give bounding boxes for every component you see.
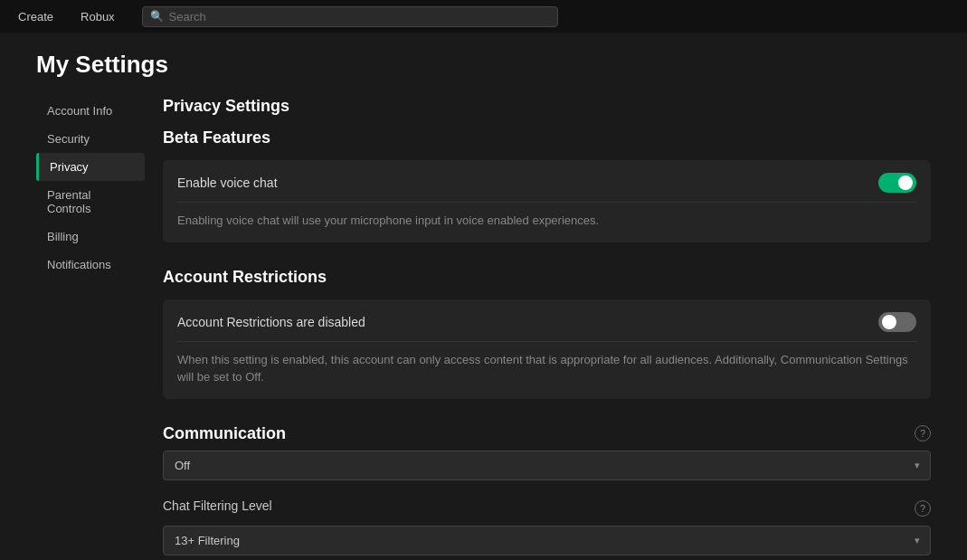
- beta-features-section: Beta Features Enable voice chat Enabling…: [163, 128, 931, 242]
- voice-chat-description: Enabling voice chat will use your microp…: [177, 212, 916, 230]
- sidebar-item-parental-controls[interactable]: Parental Controls: [36, 181, 145, 223]
- voice-chat-label: Enable voice chat: [177, 176, 278, 190]
- communication-select-wrapper: Off Friends Everyone ▾: [163, 451, 931, 480]
- sidebar-item-account-info[interactable]: Account Info: [36, 97, 145, 125]
- search-input[interactable]: [169, 10, 550, 24]
- account-restrictions-description: When this setting is enabled, this accou…: [177, 351, 916, 386]
- topnav-create[interactable]: Create: [18, 10, 53, 24]
- account-restrictions-row: Account Restrictions are disabled: [177, 312, 916, 332]
- account-restrictions-label: Account Restrictions are disabled: [177, 315, 365, 329]
- settings-sidebar: Account Info Security Privacy Parental C…: [36, 97, 145, 560]
- beta-features-title: Beta Features: [163, 128, 931, 147]
- communication-select[interactable]: Off Friends Everyone: [163, 451, 931, 480]
- search-icon: 🔍: [150, 10, 164, 23]
- chat-filtering-help-icon[interactable]: ?: [915, 500, 931, 517]
- sidebar-item-privacy[interactable]: Privacy: [36, 153, 145, 181]
- account-restrictions-section: Account Restrictions Account Restriction…: [163, 268, 931, 399]
- account-restrictions-toggle[interactable]: [878, 312, 916, 332]
- chat-filtering-header: Chat Filtering Level ?: [163, 498, 931, 518]
- communication-header: Communication ?: [163, 424, 931, 443]
- account-restrictions-title: Account Restrictions: [163, 268, 931, 287]
- voice-chat-card: Enable voice chat Enabling voice chat wi…: [163, 160, 931, 242]
- chat-filtering-section: Chat Filtering Level ? 13+ Filtering Max…: [163, 498, 931, 555]
- topnav: Create Robux 🔍: [0, 0, 967, 33]
- communication-help-icon[interactable]: ?: [915, 425, 931, 441]
- chat-filtering-select[interactable]: 13+ Filtering Maximum Filtering No Filte…: [163, 526, 931, 555]
- voice-chat-row: Enable voice chat: [177, 173, 916, 193]
- privacy-settings-title: Privacy Settings: [163, 97, 931, 116]
- communication-title: Communication: [163, 424, 286, 443]
- settings-page: My Settings Account Info Security Privac…: [0, 33, 967, 560]
- sidebar-item-notifications[interactable]: Notifications: [36, 251, 145, 279]
- chat-filtering-title: Chat Filtering Level: [163, 498, 272, 513]
- chat-filtering-select-wrapper: 13+ Filtering Maximum Filtering No Filte…: [163, 526, 931, 555]
- page-title: My Settings: [36, 51, 931, 79]
- sidebar-item-security[interactable]: Security: [36, 125, 145, 153]
- topnav-robux[interactable]: Robux: [81, 10, 115, 24]
- voice-chat-toggle[interactable]: [878, 173, 916, 193]
- communication-section: Communication ? Off Friends Everyone ▾: [163, 424, 931, 480]
- settings-main: Privacy Settings Beta Features Enable vo…: [163, 97, 931, 560]
- account-restrictions-card: Account Restrictions are disabled When t…: [163, 299, 931, 399]
- settings-layout: Account Info Security Privacy Parental C…: [36, 97, 931, 560]
- search-box: 🔍: [142, 6, 558, 27]
- sidebar-item-billing[interactable]: Billing: [36, 223, 145, 251]
